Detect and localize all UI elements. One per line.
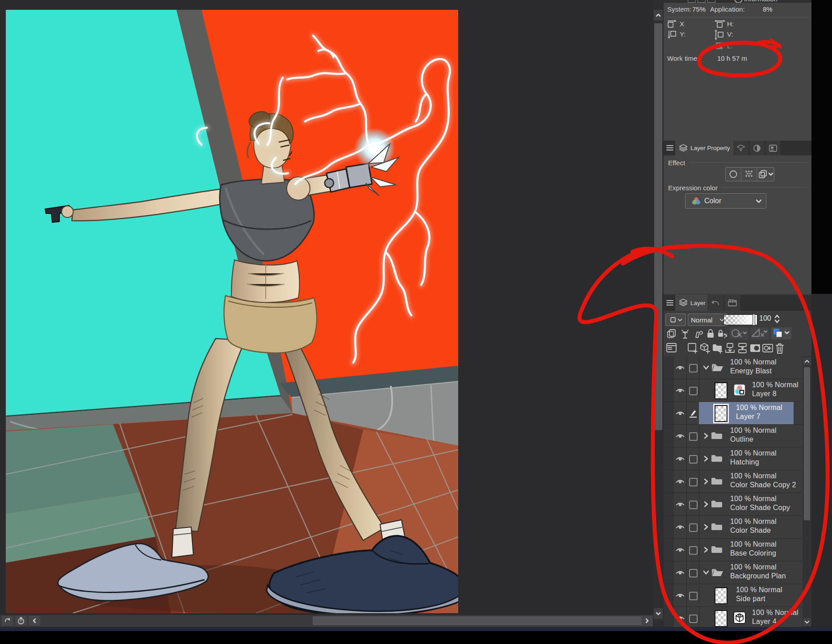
layer-row[interactable]: 100 % NormalBackground Plan	[664, 561, 803, 584]
panel-menu-icon[interactable]	[666, 145, 673, 151]
layer-checkbox[interactable]	[689, 569, 698, 577]
eye-icon[interactable]	[676, 387, 685, 393]
chevron-right-icon[interactable]	[703, 524, 709, 530]
layer-checkbox[interactable]	[689, 478, 698, 486]
eye-icon[interactable]	[676, 501, 685, 507]
layer-checkbox[interactable]	[689, 364, 698, 372]
eye-icon[interactable]	[676, 433, 685, 439]
eye-icon[interactable]	[676, 478, 685, 485]
layer-checkbox[interactable]	[689, 455, 698, 464]
effect-border-button[interactable]	[726, 167, 741, 181]
chevron-right-icon[interactable]	[703, 456, 709, 462]
opacity-slider-thumb[interactable]	[753, 314, 755, 326]
layer-thumbnail[interactable]	[715, 405, 727, 422]
reference-layer-icon[interactable]	[680, 328, 690, 339]
canvas-vertical-scrollbar[interactable]	[653, 0, 664, 627]
tab-timeline[interactable]	[724, 295, 740, 311]
layer-row[interactable]: 100 % NormalSide part	[664, 584, 803, 607]
eye-icon[interactable]	[676, 615, 685, 621]
lock-layer-icon[interactable]	[706, 328, 715, 339]
layer-thumbnail[interactable]	[715, 587, 727, 604]
tab-edit-history[interactable]	[707, 295, 723, 311]
rotate-reset-button[interactable]	[2, 616, 13, 626]
information-tab-label[interactable]: Information	[744, 0, 778, 3]
layer-color-button[interactable]	[771, 327, 791, 339]
merge-with-lower-layer-icon[interactable]	[737, 343, 748, 354]
eye-icon[interactable]	[676, 547, 685, 553]
layer-scroll-up-button[interactable]	[803, 357, 811, 365]
scroll-up-button[interactable]	[654, 10, 663, 21]
tab-navigator[interactable]	[765, 141, 781, 155]
eye-icon[interactable]	[676, 569, 685, 576]
ruler-visibility-button[interactable]	[750, 327, 769, 339]
timer-icon-button[interactable]	[15, 616, 27, 626]
layer-thumbnail[interactable]	[715, 610, 727, 627]
chevron-right-icon[interactable]	[703, 433, 709, 439]
opacity-value[interactable]: 100	[759, 314, 771, 322]
layer-checkbox[interactable]	[689, 546, 698, 555]
effect-extract-line-button[interactable]	[757, 167, 774, 181]
layer-scroll-thumb[interactable]	[804, 367, 810, 520]
create-layer-mask-icon[interactable]	[749, 343, 761, 354]
layer-list-scrollbar[interactable]	[803, 356, 811, 627]
vertical-scroll-thumb[interactable]	[654, 23, 662, 430]
eye-icon[interactable]	[676, 524, 685, 530]
layer-checkbox[interactable]	[689, 501, 698, 509]
layer-row[interactable]: 100 % NormalOutline	[664, 425, 803, 447]
layer-checkbox[interactable]	[689, 387, 698, 395]
delete-layer-icon[interactable]	[774, 342, 785, 355]
horizontal-scroll-thumb[interactable]	[313, 616, 644, 625]
layer-row[interactable]: 100 % NormalColor Shade Copy 2	[664, 470, 803, 493]
layer-checkbox[interactable]	[689, 523, 698, 532]
chevron-down-icon[interactable]	[703, 364, 709, 371]
eye-icon[interactable]	[676, 364, 685, 371]
layer-row[interactable]: 100 % NormalBase Coloring	[664, 539, 803, 561]
chevron-right-icon[interactable]	[703, 501, 709, 507]
transfer-to-lower-layer-icon[interactable]	[724, 343, 736, 354]
layer-scroll-down-button[interactable]	[803, 618, 811, 626]
canvas-artwork[interactable]	[6, 10, 458, 613]
palette-display-icon[interactable]	[666, 343, 677, 353]
apply-mask-icon[interactable]	[762, 343, 773, 354]
tab-layer-search[interactable]	[733, 141, 748, 155]
information-tab-row[interactable]: Information	[664, 0, 811, 3]
scroll-left-button[interactable]	[29, 616, 40, 626]
effect-tone-button[interactable]	[741, 167, 757, 181]
new-vector-layer-icon[interactable]	[699, 343, 711, 354]
lock-transparent-pixels-icon[interactable]	[717, 328, 728, 339]
chevron-down-icon[interactable]	[703, 569, 709, 576]
enable-mask-button[interactable]	[730, 327, 748, 339]
opacity-slider[interactable]	[723, 314, 757, 325]
layer-row[interactable]: 100 % NormalEnergy Blast	[664, 356, 803, 379]
layer-thumbnail[interactable]	[715, 382, 727, 399]
layer-checkbox[interactable]	[689, 615, 698, 623]
eye-icon[interactable]	[676, 456, 685, 462]
eye-icon[interactable]	[676, 592, 685, 598]
layer-row[interactable]: 100 % NormalColor Shade	[664, 516, 803, 539]
canvas-horizontal-scrollbar[interactable]	[0, 615, 653, 627]
opacity-spinner[interactable]	[774, 314, 780, 326]
scroll-down-button[interactable]	[654, 608, 663, 619]
new-raster-layer-icon[interactable]	[687, 343, 698, 354]
layer-row[interactable]: 100 % NormalLayer 4	[664, 607, 803, 627]
layer-checkbox[interactable]	[689, 432, 698, 441]
new-layer-folder-icon[interactable]	[712, 343, 723, 354]
draft-layer-icon[interactable]	[693, 328, 704, 339]
canvas-workspace[interactable]	[0, 0, 653, 627]
chevron-right-icon[interactable]	[703, 547, 709, 553]
layer-row[interactable]: 100 % NormalLayer 7	[664, 402, 803, 425]
expression-color-dropdown[interactable]: Color	[685, 193, 766, 209]
layer-row[interactable]: 100 % NormalLayer 8	[664, 379, 803, 402]
clip-to-layer-below-icon[interactable]	[666, 328, 677, 339]
selection-source-dropdown[interactable]	[665, 314, 686, 326]
layer-row[interactable]: 100 % NormalColor Shade Copy	[664, 493, 803, 516]
blend-mode-dropdown[interactable]: Normal	[688, 314, 727, 326]
chevron-right-icon[interactable]	[703, 478, 709, 485]
tab-layer-property[interactable]: Layer Property	[675, 141, 739, 155]
tab-tone[interactable]	[749, 141, 765, 155]
scroll-right-button[interactable]	[641, 616, 653, 626]
eye-icon[interactable]	[676, 410, 685, 416]
panel-menu-icon[interactable]	[666, 300, 673, 306]
layer-checkbox[interactable]	[689, 592, 698, 600]
layer-row[interactable]: 100 % NormalHatching	[664, 447, 803, 470]
